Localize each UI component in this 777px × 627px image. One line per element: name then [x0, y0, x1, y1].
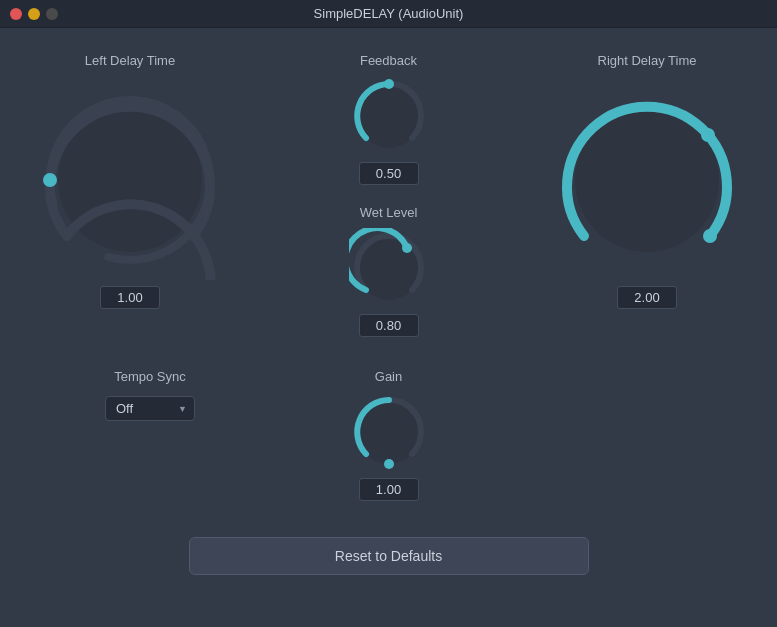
- left-delay-knob[interactable]: [30, 80, 230, 280]
- window-title: SimpleDELAY (AudioUnit): [314, 6, 464, 21]
- gain-section: Gain 1.00: [349, 369, 429, 501]
- feedback-value[interactable]: 0.50: [359, 162, 419, 185]
- title-bar: SimpleDELAY (AudioUnit): [0, 0, 777, 28]
- reset-button-container: Reset to Defaults: [20, 537, 757, 575]
- gain-label: Gain: [375, 369, 402, 384]
- main-content: Left Delay Time: [0, 28, 777, 627]
- bottom-controls-row: Tempo Sync Off 1/4 1/8 1/16 1/2 Gain: [20, 369, 757, 501]
- left-delay-value[interactable]: 1.00: [100, 286, 160, 309]
- feedback-section: Feedback 0.50: [349, 53, 429, 185]
- feedback-label: Feedback: [360, 53, 417, 68]
- full-layout: Left Delay Time: [0, 38, 777, 607]
- left-knob-indicator: [43, 173, 57, 187]
- left-delay-label: Left Delay Time: [85, 53, 175, 68]
- tempo-sync-label: Tempo Sync: [114, 369, 186, 384]
- right-delay-section: Right Delay Time 2.00: [537, 48, 757, 359]
- close-button[interactable]: [10, 8, 22, 20]
- window-buttons: [10, 8, 58, 20]
- wet-level-knob[interactable]: [349, 228, 429, 308]
- tempo-sync-section: Tempo Sync Off 1/4 1/8 1/16 1/2: [40, 369, 260, 421]
- maximize-button[interactable]: [46, 8, 58, 20]
- svg-point-6: [402, 243, 412, 253]
- gain-value[interactable]: 1.00: [359, 478, 419, 501]
- minimize-button[interactable]: [28, 8, 40, 20]
- svg-point-9: [384, 459, 394, 469]
- bottom-section: Tempo Sync Off 1/4 1/8 1/16 1/2 Gain: [20, 369, 757, 597]
- center-column: Feedback 0.50 Wet Level: [240, 48, 537, 359]
- wet-level-section: Wet Level 0.80: [349, 205, 429, 337]
- tempo-sync-select[interactable]: Off 1/4 1/8 1/16 1/2: [105, 396, 195, 421]
- feedback-knob[interactable]: [349, 76, 429, 156]
- right-delay-knob[interactable]: [547, 80, 747, 280]
- svg-point-4: [384, 79, 394, 89]
- right-knob-indicator2: [701, 128, 715, 142]
- right-delay-value[interactable]: 2.00: [617, 286, 677, 309]
- right-delay-label: Right Delay Time: [598, 53, 697, 68]
- wet-level-value[interactable]: 0.80: [359, 314, 419, 337]
- reset-button[interactable]: Reset to Defaults: [189, 537, 589, 575]
- wet-level-label: Wet Level: [360, 205, 418, 220]
- gain-knob[interactable]: [349, 392, 429, 472]
- left-delay-section: Left Delay Time: [20, 48, 240, 359]
- right-knob-indicator: [703, 229, 717, 243]
- tempo-sync-wrapper: Off 1/4 1/8 1/16 1/2: [105, 396, 195, 421]
